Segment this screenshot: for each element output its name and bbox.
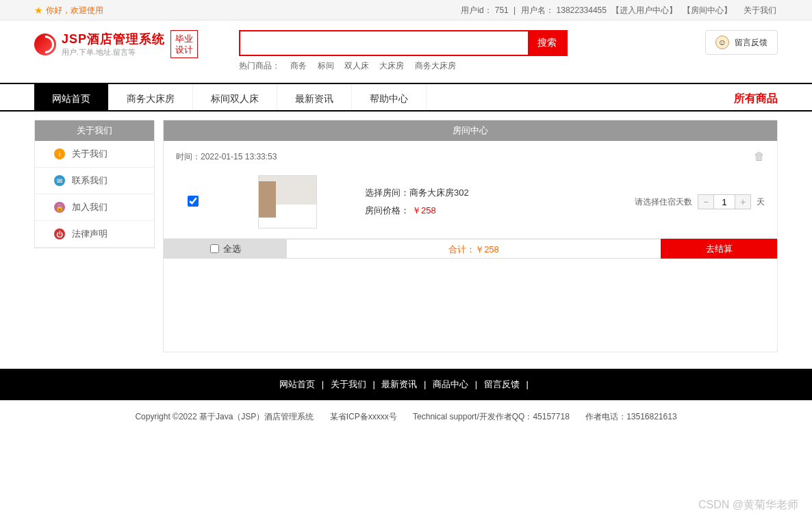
- trash-icon[interactable]: 🗑: [754, 151, 765, 163]
- sidebar-title: 关于我们: [35, 120, 154, 141]
- footer-link[interactable]: 最新资讯: [381, 379, 417, 389]
- day-unit: 天: [757, 196, 765, 208]
- user-center-link[interactable]: 【进入用户中心】: [611, 5, 677, 15]
- topbar-left: ★ 你好，欢迎使用: [34, 0, 103, 20]
- room-center-link[interactable]: 【房间中心】: [683, 5, 732, 15]
- days-label: 请选择住宿天数: [635, 196, 692, 208]
- hot-item[interactable]: 大床房: [379, 61, 404, 70]
- info-icon: i: [54, 148, 65, 159]
- user-id-label: 用户id：: [461, 5, 492, 15]
- footer-info: Copyright ©2022 基于Java（JSP）酒店管理系统 某省ICP备…: [0, 400, 812, 434]
- room-name-row: 选择房间：商务大床房302: [365, 187, 469, 199]
- room-info: 选择房间：商务大床房302 房间价格：￥258: [365, 181, 469, 222]
- content-panel: 房间中心 时间：2022-01-15 13:33:53 🗑 选择房间：商务大床房…: [163, 120, 778, 352]
- logo-badge: 毕业 设计: [170, 30, 198, 58]
- sidebar-item-join[interactable]: 🔒 加入我们: [35, 194, 154, 221]
- sidebar-item-legal[interactable]: ⏻ 法律声明: [35, 221, 154, 248]
- total-row: 全选 合计：￥258 去结算: [164, 238, 777, 259]
- hot-item[interactable]: 双人床: [344, 61, 369, 70]
- nav-news[interactable]: 最新资讯: [277, 84, 352, 110]
- sidebar: 关于我们 i 关于我们 ✉ 联系我们 🔒 加入我们 ⏻ 法律声明: [34, 120, 155, 248]
- logo-area: JSP酒店管理系统 用户.下单.地址.留言等 毕业 设计: [34, 30, 198, 58]
- greeting: 你好，欢迎使用: [46, 0, 103, 21]
- stepper-input[interactable]: [713, 195, 735, 209]
- hot-label: 热门商品：: [239, 61, 280, 70]
- search-button[interactable]: 搜索: [528, 31, 566, 55]
- logo-title: JSP酒店管理系统: [62, 31, 165, 47]
- username-label: 用户名：: [521, 5, 554, 15]
- star-icon: ★: [34, 0, 43, 21]
- room-price-row: 房间价格：￥258: [365, 205, 469, 217]
- nav-help[interactable]: 帮助中心: [352, 84, 427, 110]
- footer-link[interactable]: 网站首页: [279, 379, 315, 389]
- quantity-stepper: − +: [698, 194, 751, 209]
- nav-home[interactable]: 网站首页: [34, 84, 109, 110]
- search-input[interactable]: [240, 31, 528, 55]
- nav-all-products[interactable]: 所有商品: [734, 84, 778, 110]
- time-text: 时间：2022-01-15 13:33:53: [176, 151, 277, 163]
- lock-icon: 🔒: [54, 202, 65, 213]
- stepper-minus[interactable]: −: [698, 195, 713, 209]
- header: JSP酒店管理系统 用户.下单.地址.留言等 毕业 设计 搜索 热门商品： 商务…: [0, 21, 812, 76]
- hot-item[interactable]: 商务: [290, 61, 307, 70]
- hot-item[interactable]: 商务大床房: [415, 61, 456, 70]
- main-content: 关于我们 i 关于我们 ✉ 联系我们 🔒 加入我们 ⏻ 法律声明 房间中心 时间…: [0, 112, 812, 369]
- room-row: 选择房间：商务大床房302 房间价格：￥258 请选择住宿天数 − + 天: [164, 172, 777, 238]
- stepper-plus[interactable]: +: [735, 195, 750, 209]
- footer-nav: 网站首页 | 关于我们 | 最新资讯 | 商品中心 | 留言反馈 |: [0, 369, 812, 400]
- select-all[interactable]: 全选: [164, 239, 287, 259]
- nav-business-room[interactable]: 商务大床房: [109, 84, 193, 110]
- total-sum: 合计：￥258: [287, 239, 661, 259]
- headset-icon: ☺: [715, 36, 729, 49]
- room-image: [258, 175, 317, 229]
- time-row: 时间：2022-01-15 13:33:53 🗑: [164, 141, 777, 172]
- about-link[interactable]: 关于我们: [744, 5, 776, 15]
- nav-standard-room[interactable]: 标间双人床: [193, 84, 277, 110]
- hot-keywords: 热门商品： 商务 标间 双人床 大床房 商务大床房: [239, 60, 568, 72]
- sidebar-item-contact[interactable]: ✉ 联系我们: [35, 168, 154, 194]
- logo-text: JSP酒店管理系统 用户.下单.地址.留言等: [62, 31, 165, 57]
- logo-icon: [34, 34, 56, 55]
- list-icon: ✉: [54, 175, 65, 186]
- footer-link[interactable]: 商品中心: [433, 379, 468, 389]
- search-box: 搜索: [239, 30, 568, 56]
- topbar-right: 用户id：751 | 用户名：13822334455 【进入用户中心】 【房间中…: [459, 0, 778, 20]
- content-title: 房间中心: [164, 120, 777, 141]
- sidebar-item-about[interactable]: i 关于我们: [35, 141, 154, 168]
- logo-subtitle: 用户.下单.地址.留言等: [62, 47, 165, 57]
- power-icon: ⏻: [54, 229, 65, 239]
- days-area: 请选择住宿天数 − + 天: [635, 194, 765, 209]
- hot-item[interactable]: 标间: [318, 61, 334, 70]
- footer-link[interactable]: 关于我们: [331, 379, 366, 389]
- checkout-button[interactable]: 去结算: [661, 239, 777, 259]
- room-checkbox-wrap: [176, 196, 210, 209]
- footer-link[interactable]: 留言反馈: [484, 379, 520, 389]
- feedback-button[interactable]: ☺ 留言反馈: [705, 30, 778, 55]
- user-id: 751: [495, 5, 509, 15]
- select-all-checkbox[interactable]: [210, 244, 219, 253]
- main-nav: 网站首页 商务大床房 标间双人床 最新资讯 帮助中心 所有商品: [0, 83, 812, 112]
- search-area: 搜索 热门商品： 商务 标间 双人床 大床房 商务大床房: [239, 30, 568, 72]
- top-bar: ★ 你好，欢迎使用 用户id：751 | 用户名：13822334455 【进入…: [0, 0, 812, 21]
- username: 13822334455: [557, 5, 607, 15]
- room-checkbox[interactable]: [188, 196, 199, 207]
